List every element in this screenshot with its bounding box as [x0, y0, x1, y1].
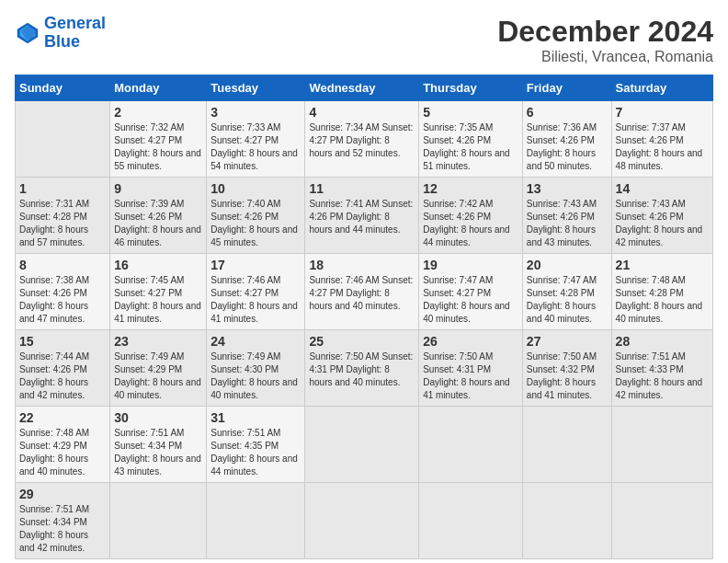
- calendar-cell: 26Sunrise: 7:50 AM Sunset: 4:31 PM Dayli…: [419, 330, 523, 407]
- day-number: 31: [210, 410, 301, 425]
- calendar-week-1: 1Sunrise: 7:31 AM Sunset: 4:28 PM Daylig…: [16, 178, 713, 254]
- day-info: Sunrise: 7:43 AM Sunset: 4:26 PM Dayligh…: [527, 198, 608, 249]
- day-info: Sunrise: 7:49 AM Sunset: 4:30 PM Dayligh…: [210, 350, 301, 402]
- logo: General Blue: [15, 15, 106, 52]
- day-number: 21: [616, 258, 709, 272]
- calendar-cell: 15Sunrise: 7:44 AM Sunset: 4:26 PM Dayli…: [16, 330, 110, 407]
- calendar-cell: 18Sunrise: 7:46 AM Sunset: 4:27 PM Dayli…: [305, 254, 419, 330]
- calendar-cell: 20Sunrise: 7:47 AM Sunset: 4:28 PM Dayli…: [522, 254, 611, 330]
- header-tuesday: Tuesday: [207, 75, 305, 101]
- calendar-cell: 31Sunrise: 7:51 AM Sunset: 4:35 PM Dayli…: [207, 407, 305, 483]
- calendar-week-4: 22Sunrise: 7:48 AM Sunset: 4:29 PM Dayli…: [16, 407, 713, 483]
- day-number: 14: [616, 181, 709, 196]
- calendar-cell: 3Sunrise: 7:33 AM Sunset: 4:27 PM Daylig…: [207, 101, 305, 178]
- day-number: 9: [114, 181, 202, 196]
- calendar-cell: 12Sunrise: 7:42 AM Sunset: 4:26 PM Dayli…: [419, 178, 523, 254]
- day-info: Sunrise: 7:48 AM Sunset: 4:29 PM Dayligh…: [19, 427, 106, 478]
- calendar-cell: 13Sunrise: 7:43 AM Sunset: 4:26 PM Dayli…: [522, 178, 611, 254]
- day-info: Sunrise: 7:31 AM Sunset: 4:28 PM Dayligh…: [19, 198, 106, 249]
- day-info: Sunrise: 7:32 AM Sunset: 4:27 PM Dayligh…: [114, 121, 202, 173]
- calendar-cell: 1Sunrise: 7:31 AM Sunset: 4:28 PM Daylig…: [16, 178, 110, 254]
- calendar-cell: 17Sunrise: 7:46 AM Sunset: 4:27 PM Dayli…: [207, 254, 305, 330]
- calendar-cell: [611, 407, 712, 483]
- day-number: 4: [309, 105, 415, 120]
- calendar-cell: 7Sunrise: 7:37 AM Sunset: 4:26 PM Daylig…: [611, 101, 712, 178]
- day-number: 8: [19, 258, 106, 272]
- day-info: Sunrise: 7:38 AM Sunset: 4:26 PM Dayligh…: [19, 274, 106, 326]
- calendar-week-0: 2Sunrise: 7:32 AM Sunset: 4:27 PM Daylig…: [16, 101, 713, 178]
- header-friday: Friday: [522, 75, 611, 101]
- header: General Blue December 2024 Biliesti, Vra…: [15, 15, 713, 65]
- day-info: Sunrise: 7:51 AM Sunset: 4:33 PM Dayligh…: [616, 350, 709, 402]
- day-number: 10: [210, 181, 301, 196]
- calendar-cell: 2Sunrise: 7:32 AM Sunset: 4:27 PM Daylig…: [110, 101, 207, 178]
- day-info: Sunrise: 7:46 AM Sunset: 4:27 PM Dayligh…: [210, 274, 301, 326]
- calendar-cell: [419, 407, 523, 483]
- calendar-week-3: 15Sunrise: 7:44 AM Sunset: 4:26 PM Dayli…: [16, 330, 713, 407]
- day-info: Sunrise: 7:51 AM Sunset: 4:34 PM Dayligh…: [114, 427, 202, 478]
- day-number: 27: [527, 334, 608, 349]
- calendar-cell: [611, 483, 712, 559]
- calendar-cell: 9Sunrise: 7:39 AM Sunset: 4:26 PM Daylig…: [110, 178, 207, 254]
- day-number: 19: [423, 258, 518, 272]
- day-number: 20: [527, 258, 608, 272]
- day-info: Sunrise: 7:37 AM Sunset: 4:26 PM Dayligh…: [616, 121, 709, 173]
- calendar-cell: 23Sunrise: 7:49 AM Sunset: 4:29 PM Dayli…: [110, 330, 207, 407]
- calendar-cell: 29Sunrise: 7:51 AM Sunset: 4:34 PM Dayli…: [16, 483, 110, 559]
- day-number: 22: [19, 410, 106, 425]
- calendar-week-2: 8Sunrise: 7:38 AM Sunset: 4:26 PM Daylig…: [16, 254, 713, 330]
- calendar-cell: 24Sunrise: 7:49 AM Sunset: 4:30 PM Dayli…: [207, 330, 305, 407]
- calendar-cell: 21Sunrise: 7:48 AM Sunset: 4:28 PM Dayli…: [611, 254, 712, 330]
- day-number: 30: [114, 410, 202, 425]
- day-info: Sunrise: 7:42 AM Sunset: 4:26 PM Dayligh…: [423, 198, 518, 249]
- day-info: Sunrise: 7:50 AM Sunset: 4:32 PM Dayligh…: [527, 350, 608, 402]
- day-number: 15: [19, 334, 106, 349]
- calendar-cell: [16, 101, 110, 178]
- calendar-cell: 4Sunrise: 7:34 AM Sunset: 4:27 PM Daylig…: [305, 101, 419, 178]
- day-info: Sunrise: 7:47 AM Sunset: 4:27 PM Dayligh…: [423, 274, 518, 326]
- day-info: Sunrise: 7:40 AM Sunset: 4:26 PM Dayligh…: [210, 198, 301, 249]
- header-wednesday: Wednesday: [305, 75, 419, 101]
- title-area: December 2024 Biliesti, Vrancea, Romania: [497, 15, 713, 65]
- day-number: 29: [19, 487, 106, 501]
- day-number: 23: [114, 334, 202, 349]
- calendar-title: December 2024: [497, 15, 713, 49]
- weekday-header-row: SundayMondayTuesdayWednesdayThursdayFrid…: [16, 75, 713, 101]
- header-monday: Monday: [110, 75, 207, 101]
- calendar-cell: 14Sunrise: 7:43 AM Sunset: 4:26 PM Dayli…: [611, 178, 712, 254]
- calendar-cell: [522, 407, 611, 483]
- calendar-cell: [305, 407, 419, 483]
- calendar-cell: 16Sunrise: 7:45 AM Sunset: 4:27 PM Dayli…: [110, 254, 207, 330]
- calendar-cell: 6Sunrise: 7:36 AM Sunset: 4:26 PM Daylig…: [522, 101, 611, 178]
- day-info: Sunrise: 7:47 AM Sunset: 4:28 PM Dayligh…: [527, 274, 608, 326]
- day-info: Sunrise: 7:50 AM Sunset: 4:31 PM Dayligh…: [423, 350, 518, 402]
- calendar-cell: 19Sunrise: 7:47 AM Sunset: 4:27 PM Dayli…: [419, 254, 523, 330]
- day-number: 7: [616, 105, 709, 120]
- day-number: 26: [423, 334, 518, 349]
- day-info: Sunrise: 7:33 AM Sunset: 4:27 PM Dayligh…: [210, 121, 301, 173]
- day-number: 11: [309, 181, 415, 196]
- day-info: Sunrise: 7:45 AM Sunset: 4:27 PM Dayligh…: [114, 274, 202, 326]
- day-info: Sunrise: 7:46 AM Sunset: 4:27 PM Dayligh…: [309, 274, 415, 313]
- day-info: Sunrise: 7:43 AM Sunset: 4:26 PM Dayligh…: [616, 198, 709, 249]
- calendar-cell: [419, 483, 523, 559]
- calendar-cell: [110, 483, 207, 559]
- day-number: 17: [210, 258, 301, 272]
- day-number: 13: [527, 181, 608, 196]
- calendar-cell: 27Sunrise: 7:50 AM Sunset: 4:32 PM Dayli…: [522, 330, 611, 407]
- calendar-cell: 10Sunrise: 7:40 AM Sunset: 4:26 PM Dayli…: [207, 178, 305, 254]
- day-info: Sunrise: 7:36 AM Sunset: 4:26 PM Dayligh…: [527, 121, 608, 173]
- calendar-cell: [207, 483, 305, 559]
- calendar-subtitle: Biliesti, Vrancea, Romania: [497, 49, 713, 65]
- day-info: Sunrise: 7:49 AM Sunset: 4:29 PM Dayligh…: [114, 350, 202, 402]
- logo-icon: [15, 20, 40, 46]
- calendar-cell: 25Sunrise: 7:50 AM Sunset: 4:31 PM Dayli…: [305, 330, 419, 407]
- day-number: 24: [210, 334, 301, 349]
- day-info: Sunrise: 7:48 AM Sunset: 4:28 PM Dayligh…: [616, 274, 709, 326]
- day-number: 12: [423, 181, 518, 196]
- day-info: Sunrise: 7:44 AM Sunset: 4:26 PM Dayligh…: [19, 350, 106, 402]
- calendar-cell: [305, 483, 419, 559]
- day-number: 16: [114, 258, 202, 272]
- day-number: 28: [616, 334, 709, 349]
- day-number: 3: [210, 105, 301, 120]
